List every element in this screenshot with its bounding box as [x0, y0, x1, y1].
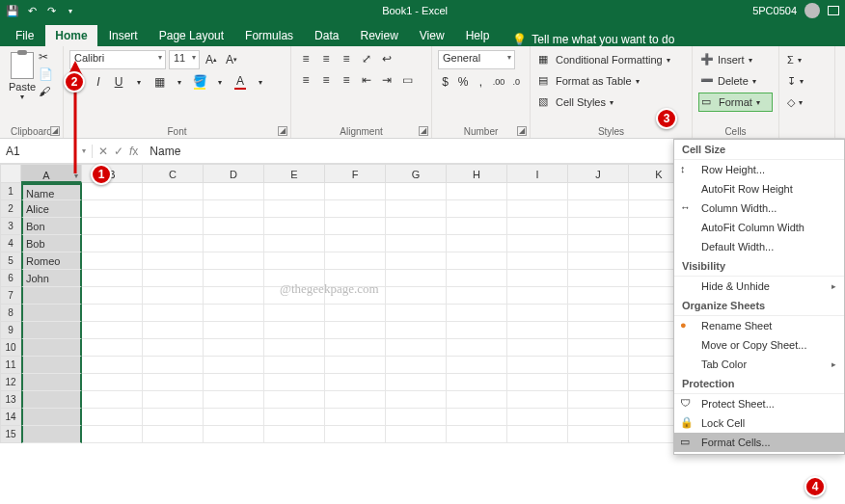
row-header[interactable]: 9 [0, 322, 21, 339]
cell[interactable] [204, 183, 264, 200]
cell[interactable] [386, 391, 447, 409]
cell[interactable] [204, 287, 264, 305]
cell[interactable] [143, 252, 204, 270]
align-left-icon[interactable]: ≡ [297, 71, 314, 89]
cell[interactable] [325, 200, 386, 218]
row-header[interactable]: 15 [0, 426, 21, 443]
cell[interactable] [143, 426, 204, 443]
cell[interactable] [447, 183, 507, 200]
cell[interactable] [82, 270, 143, 287]
delete-cells-button[interactable]: ➖Delete ▾ [698, 71, 773, 91]
cell[interactable] [568, 322, 629, 339]
cell[interactable] [264, 252, 325, 270]
cell[interactable] [447, 322, 507, 339]
cell[interactable] [82, 409, 143, 426]
qat-customize-icon[interactable]: ▾ [64, 4, 77, 17]
cell[interactable] [264, 374, 325, 391]
underline-button[interactable]: U [110, 73, 127, 91]
menu-tab-color[interactable]: Tab Color [674, 355, 844, 374]
cell[interactable] [386, 270, 447, 287]
cell[interactable] [386, 218, 447, 235]
cell[interactable] [568, 252, 629, 270]
row-header[interactable]: 7 [0, 287, 21, 305]
menu-rename-sheet[interactable]: ●Rename Sheet [674, 316, 844, 335]
menu-default-width[interactable]: Default Width... [674, 237, 844, 256]
cell[interactable] [507, 305, 568, 322]
cell[interactable]: Alice [21, 200, 82, 218]
column-header[interactable]: I [507, 164, 568, 183]
row-header[interactable]: 11 [0, 357, 21, 374]
cell[interactable] [82, 374, 143, 391]
shrink-font-icon[interactable]: A▾ [223, 51, 240, 68]
cell[interactable] [143, 357, 204, 374]
font-color-icon[interactable]: A [232, 73, 249, 91]
column-header[interactable]: E [264, 164, 325, 183]
percent-icon[interactable]: % [455, 73, 470, 91]
conditional-formatting-button[interactable]: ▦Conditional Formatting ▾ [536, 50, 686, 69]
cell[interactable] [264, 218, 325, 235]
dialog-launcher-icon[interactable]: ◢ [517, 126, 527, 136]
cell[interactable] [507, 270, 568, 287]
cell[interactable]: John [21, 270, 82, 287]
cell[interactable] [204, 357, 264, 374]
cell[interactable] [82, 426, 143, 443]
dialog-launcher-icon[interactable]: ◢ [278, 126, 287, 136]
cell[interactable] [21, 426, 82, 443]
cell[interactable] [386, 183, 447, 200]
cell[interactable] [386, 252, 447, 270]
column-header[interactable]: H [447, 164, 507, 183]
row-header[interactable]: 6 [0, 270, 21, 287]
cell[interactable] [204, 270, 264, 287]
cell[interactable] [386, 200, 447, 218]
row-header[interactable]: 13 [0, 391, 21, 409]
tell-me[interactable]: 💡 Tell me what you want to do [512, 33, 674, 46]
paste-button[interactable]: Paste ▾ [6, 52, 39, 101]
cell[interactable] [21, 391, 82, 409]
cell[interactable] [204, 235, 264, 252]
tab-view[interactable]: View [410, 25, 454, 46]
column-header[interactable]: J [568, 164, 629, 183]
cell[interactable] [447, 357, 507, 374]
cell[interactable] [507, 322, 568, 339]
cell[interactable] [568, 270, 629, 287]
ribbon-display-icon[interactable] [828, 6, 839, 15]
cell[interactable] [507, 252, 568, 270]
cell[interactable] [447, 305, 507, 322]
enter-icon[interactable]: ✓ [114, 145, 123, 158]
cell[interactable] [447, 235, 507, 252]
cell[interactable] [264, 339, 325, 357]
row-header[interactable]: 10 [0, 339, 21, 357]
cell[interactable] [447, 252, 507, 270]
cell[interactable] [264, 200, 325, 218]
row-header[interactable]: 3 [0, 218, 21, 235]
menu-row-height[interactable]: ↕Row Height... [674, 160, 844, 179]
select-all-corner[interactable] [0, 164, 21, 183]
cell[interactable] [507, 218, 568, 235]
cell[interactable] [82, 322, 143, 339]
menu-lock-cell[interactable]: 🔒Lock Cell [674, 413, 844, 433]
cell[interactable] [386, 287, 447, 305]
cell[interactable] [204, 252, 264, 270]
cell[interactable] [447, 339, 507, 357]
undo-icon[interactable]: ↶ [25, 4, 39, 17]
cell[interactable] [568, 305, 629, 322]
wrap-text-icon[interactable]: ↩ [378, 50, 395, 67]
comma-icon[interactable]: , [474, 73, 488, 91]
tab-page-layout[interactable]: Page Layout [150, 25, 233, 46]
row-header[interactable]: 2 [0, 200, 21, 218]
cell[interactable] [386, 322, 447, 339]
chevron-down-icon[interactable]: ▾ [211, 73, 229, 91]
save-icon[interactable]: 💾 [6, 4, 19, 17]
cell[interactable] [264, 183, 325, 200]
fx-icon[interactable]: fx [129, 145, 138, 158]
cell[interactable] [386, 357, 447, 374]
menu-hide-unhide[interactable]: Hide & Unhide [674, 277, 844, 296]
cell[interactable] [204, 409, 264, 426]
cell[interactable] [82, 218, 143, 235]
cell[interactable] [204, 200, 264, 218]
cell[interactable]: Bob [21, 235, 82, 252]
cell[interactable] [507, 287, 568, 305]
cell[interactable] [21, 357, 82, 374]
cell[interactable] [82, 183, 143, 200]
chevron-down-icon[interactable]: ▾ [171, 73, 188, 91]
